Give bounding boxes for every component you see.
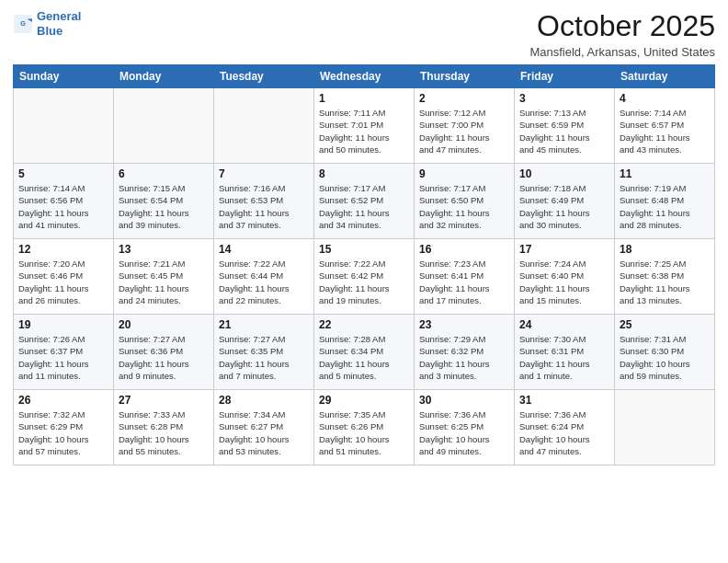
day-number: 18 bbox=[620, 243, 710, 256]
weekday-header-wednesday: Wednesday bbox=[314, 65, 415, 88]
day-info: Sunrise: 7:22 AM Sunset: 6:44 PM Dayligh… bbox=[219, 258, 309, 306]
day-number: 15 bbox=[319, 243, 409, 256]
calendar-cell: 2Sunrise: 7:12 AM Sunset: 7:00 PM Daylig… bbox=[415, 88, 515, 164]
calendar-cell: 8Sunrise: 7:17 AM Sunset: 6:52 PM Daylig… bbox=[314, 164, 415, 239]
day-number: 16 bbox=[419, 243, 509, 256]
day-number: 13 bbox=[119, 243, 209, 256]
weekday-header-monday: Monday bbox=[114, 65, 214, 88]
header: G General Blue October 2025 Mansfield, A… bbox=[13, 9, 715, 59]
calendar-cell: 25Sunrise: 7:31 AM Sunset: 6:30 PM Dayli… bbox=[615, 315, 715, 390]
calendar-cell: 24Sunrise: 7:30 AM Sunset: 6:31 PM Dayli… bbox=[515, 315, 615, 390]
calendar-cell: 9Sunrise: 7:17 AM Sunset: 6:50 PM Daylig… bbox=[415, 164, 515, 239]
day-info: Sunrise: 7:15 AM Sunset: 6:54 PM Dayligh… bbox=[119, 182, 209, 231]
day-number: 14 bbox=[219, 243, 309, 256]
calendar-cell: 23Sunrise: 7:29 AM Sunset: 6:32 PM Dayli… bbox=[415, 315, 515, 390]
calendar-week-3: 12Sunrise: 7:20 AM Sunset: 6:46 PM Dayli… bbox=[14, 239, 715, 315]
day-number: 28 bbox=[219, 394, 309, 407]
day-number: 9 bbox=[419, 167, 509, 180]
month-title: October 2025 bbox=[529, 9, 715, 43]
day-number: 3 bbox=[519, 92, 609, 105]
day-number: 11 bbox=[620, 167, 710, 180]
day-info: Sunrise: 7:33 AM Sunset: 6:28 PM Dayligh… bbox=[119, 408, 209, 457]
day-info: Sunrise: 7:23 AM Sunset: 6:41 PM Dayligh… bbox=[419, 258, 509, 306]
day-info: Sunrise: 7:27 AM Sunset: 6:36 PM Dayligh… bbox=[119, 333, 209, 382]
day-number: 27 bbox=[119, 394, 209, 407]
day-number: 4 bbox=[620, 92, 710, 105]
day-number: 8 bbox=[319, 167, 409, 180]
calendar-cell: 7Sunrise: 7:16 AM Sunset: 6:53 PM Daylig… bbox=[214, 164, 314, 239]
day-info: Sunrise: 7:17 AM Sunset: 6:52 PM Dayligh… bbox=[319, 182, 409, 231]
day-info: Sunrise: 7:17 AM Sunset: 6:50 PM Dayligh… bbox=[419, 182, 509, 231]
day-number: 25 bbox=[620, 318, 710, 331]
calendar-cell: 20Sunrise: 7:27 AM Sunset: 6:36 PM Dayli… bbox=[114, 315, 214, 390]
calendar-week-5: 26Sunrise: 7:32 AM Sunset: 6:29 PM Dayli… bbox=[14, 390, 715, 465]
calendar-cell: 30Sunrise: 7:36 AM Sunset: 6:25 PM Dayli… bbox=[415, 390, 515, 465]
weekday-header-tuesday: Tuesday bbox=[214, 65, 314, 88]
day-info: Sunrise: 7:34 AM Sunset: 6:27 PM Dayligh… bbox=[219, 408, 309, 457]
day-number: 30 bbox=[419, 394, 509, 407]
day-number: 24 bbox=[519, 318, 609, 331]
day-number: 1 bbox=[319, 92, 409, 105]
calendar-cell: 10Sunrise: 7:18 AM Sunset: 6:49 PM Dayli… bbox=[515, 164, 615, 239]
day-number: 31 bbox=[519, 394, 609, 407]
calendar-cell: 26Sunrise: 7:32 AM Sunset: 6:29 PM Dayli… bbox=[14, 390, 114, 465]
title-block: October 2025 Mansfield, Arkansas, United… bbox=[529, 9, 715, 59]
weekday-header-friday: Friday bbox=[515, 65, 615, 88]
day-info: Sunrise: 7:20 AM Sunset: 6:46 PM Dayligh… bbox=[18, 258, 108, 306]
calendar-week-2: 5Sunrise: 7:14 AM Sunset: 6:56 PM Daylig… bbox=[14, 164, 715, 239]
calendar-cell: 31Sunrise: 7:36 AM Sunset: 6:24 PM Dayli… bbox=[515, 390, 615, 465]
calendar-cell: 28Sunrise: 7:34 AM Sunset: 6:27 PM Dayli… bbox=[214, 390, 314, 465]
calendar-cell: 13Sunrise: 7:21 AM Sunset: 6:45 PM Dayli… bbox=[114, 239, 214, 315]
day-info: Sunrise: 7:32 AM Sunset: 6:29 PM Dayligh… bbox=[18, 408, 108, 457]
calendar-cell: 1Sunrise: 7:11 AM Sunset: 7:01 PM Daylig… bbox=[314, 88, 415, 164]
calendar-cell: 27Sunrise: 7:33 AM Sunset: 6:28 PM Dayli… bbox=[114, 390, 214, 465]
calendar-cell: 5Sunrise: 7:14 AM Sunset: 6:56 PM Daylig… bbox=[14, 164, 114, 239]
logo-line2: Blue bbox=[37, 24, 81, 39]
calendar-cell: 21Sunrise: 7:27 AM Sunset: 6:35 PM Dayli… bbox=[214, 315, 314, 390]
day-info: Sunrise: 7:18 AM Sunset: 6:49 PM Dayligh… bbox=[519, 182, 609, 231]
location: Mansfield, Arkansas, United States bbox=[529, 45, 715, 59]
page: G General Blue October 2025 Mansfield, A… bbox=[0, 0, 728, 563]
calendar-table: SundayMondayTuesdayWednesdayThursdayFrid… bbox=[13, 64, 715, 465]
day-info: Sunrise: 7:24 AM Sunset: 6:40 PM Dayligh… bbox=[519, 258, 609, 306]
calendar-cell: 3Sunrise: 7:13 AM Sunset: 6:59 PM Daylig… bbox=[515, 88, 615, 164]
day-info: Sunrise: 7:14 AM Sunset: 6:56 PM Dayligh… bbox=[18, 182, 108, 231]
weekday-header-saturday: Saturday bbox=[615, 65, 715, 88]
calendar-cell bbox=[214, 88, 314, 164]
day-info: Sunrise: 7:36 AM Sunset: 6:25 PM Dayligh… bbox=[419, 408, 509, 457]
day-info: Sunrise: 7:26 AM Sunset: 6:37 PM Dayligh… bbox=[18, 333, 108, 382]
calendar-week-4: 19Sunrise: 7:26 AM Sunset: 6:37 PM Dayli… bbox=[14, 315, 715, 390]
logo-text-block: General Blue bbox=[37, 9, 81, 38]
day-number: 20 bbox=[119, 318, 209, 331]
calendar-cell: 17Sunrise: 7:24 AM Sunset: 6:40 PM Dayli… bbox=[515, 239, 615, 315]
calendar-week-1: 1Sunrise: 7:11 AM Sunset: 7:01 PM Daylig… bbox=[14, 88, 715, 164]
calendar-cell: 12Sunrise: 7:20 AM Sunset: 6:46 PM Dayli… bbox=[14, 239, 114, 315]
day-info: Sunrise: 7:16 AM Sunset: 6:53 PM Dayligh… bbox=[219, 182, 309, 231]
calendar-cell bbox=[14, 88, 114, 164]
calendar-cell: 19Sunrise: 7:26 AM Sunset: 6:37 PM Dayli… bbox=[14, 315, 114, 390]
calendar-cell: 16Sunrise: 7:23 AM Sunset: 6:41 PM Dayli… bbox=[415, 239, 515, 315]
day-info: Sunrise: 7:12 AM Sunset: 7:00 PM Dayligh… bbox=[419, 107, 509, 155]
day-info: Sunrise: 7:21 AM Sunset: 6:45 PM Dayligh… bbox=[119, 258, 209, 306]
day-info: Sunrise: 7:29 AM Sunset: 6:32 PM Dayligh… bbox=[419, 333, 509, 382]
logo-line1: General bbox=[37, 9, 81, 24]
day-info: Sunrise: 7:35 AM Sunset: 6:26 PM Dayligh… bbox=[319, 408, 409, 457]
day-info: Sunrise: 7:13 AM Sunset: 6:59 PM Dayligh… bbox=[519, 107, 609, 155]
day-info: Sunrise: 7:30 AM Sunset: 6:31 PM Dayligh… bbox=[519, 333, 609, 382]
day-number: 5 bbox=[18, 167, 108, 180]
calendar-header-row: SundayMondayTuesdayWednesdayThursdayFrid… bbox=[14, 65, 715, 88]
calendar-cell: 6Sunrise: 7:15 AM Sunset: 6:54 PM Daylig… bbox=[114, 164, 214, 239]
day-number: 19 bbox=[18, 318, 108, 331]
day-number: 21 bbox=[219, 318, 309, 331]
day-number: 6 bbox=[119, 167, 209, 180]
day-number: 29 bbox=[319, 394, 409, 407]
logo: G General Blue bbox=[13, 9, 81, 38]
calendar-cell: 14Sunrise: 7:22 AM Sunset: 6:44 PM Dayli… bbox=[214, 239, 314, 315]
day-info: Sunrise: 7:31 AM Sunset: 6:30 PM Dayligh… bbox=[620, 333, 710, 382]
day-info: Sunrise: 7:27 AM Sunset: 6:35 PM Dayligh… bbox=[219, 333, 309, 382]
calendar-cell: 18Sunrise: 7:25 AM Sunset: 6:38 PM Dayli… bbox=[615, 239, 715, 315]
day-info: Sunrise: 7:28 AM Sunset: 6:34 PM Dayligh… bbox=[319, 333, 409, 382]
day-info: Sunrise: 7:19 AM Sunset: 6:48 PM Dayligh… bbox=[620, 182, 710, 231]
day-number: 23 bbox=[419, 318, 509, 331]
calendar-cell: 4Sunrise: 7:14 AM Sunset: 6:57 PM Daylig… bbox=[615, 88, 715, 164]
